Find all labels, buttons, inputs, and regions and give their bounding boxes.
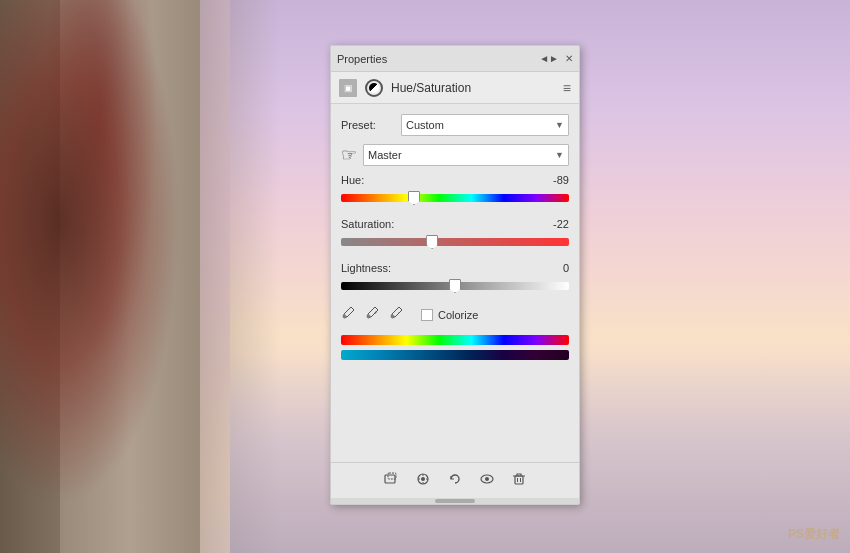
hue-header: Hue: -89	[341, 174, 569, 186]
panel-title: Properties	[337, 53, 387, 65]
view-previous-icon[interactable]	[415, 471, 431, 490]
close-icon[interactable]: ✕	[565, 53, 573, 64]
colorize-checkbox[interactable]	[421, 309, 433, 321]
watermark: PS爱好者	[788, 525, 840, 543]
clip-to-layer-icon[interactable]	[383, 471, 399, 490]
adjustment-icon: ▣	[344, 83, 353, 93]
properties-panel: Properties ◄► ✕ ▣ Hue/Saturation ≡ Prese…	[330, 45, 580, 505]
saturation-track[interactable]	[341, 238, 569, 246]
pin-icon[interactable]: ◄►	[539, 53, 559, 64]
hue-label: Hue:	[341, 174, 364, 186]
panel-body: Preset: Custom ▼ ☞ Master ▼ Hue: -89	[331, 104, 579, 462]
lightness-section: Lightness: 0	[341, 262, 569, 296]
svg-point-8	[421, 477, 425, 481]
hue-section: Hue: -89	[341, 174, 569, 208]
hue-sat-icon	[365, 79, 383, 97]
preset-label: Preset:	[341, 119, 401, 131]
hue-track-container[interactable]	[341, 188, 569, 208]
saturation-value: -22	[553, 218, 569, 230]
yin-yang-icon	[369, 83, 379, 93]
lightness-header: Lightness: 0	[341, 262, 569, 274]
svg-rect-11	[515, 476, 523, 484]
lightness-thumb[interactable]	[449, 279, 461, 293]
panel-menu-icon[interactable]: ≡	[563, 80, 571, 96]
eyedropper-icon[interactable]	[341, 306, 355, 323]
svg-point-10	[485, 477, 489, 481]
channel-dropdown[interactable]: Master ▼	[363, 144, 569, 166]
delete-icon[interactable]	[511, 471, 527, 490]
saturation-header: Saturation: -22	[341, 218, 569, 230]
hue-thumb[interactable]	[408, 191, 420, 205]
spectrum-result-bar	[341, 350, 569, 360]
adjustment-icon-box: ▣	[339, 79, 357, 97]
channel-row: ☞ Master ▼	[341, 144, 569, 166]
hand-tool-icon[interactable]: ☞	[341, 144, 357, 166]
lightness-value: 0	[563, 262, 569, 274]
channel-dropdown-value: Master	[368, 149, 402, 161]
lightness-track[interactable]	[341, 282, 569, 290]
ivy	[0, 0, 200, 553]
preset-dropdown[interactable]: Custom ▼	[401, 114, 569, 136]
preset-dropdown-arrow: ▼	[555, 120, 564, 130]
spectrum-original-bar	[341, 335, 569, 345]
reset-icon[interactable]	[447, 471, 463, 490]
saturation-thumb[interactable]	[426, 235, 438, 249]
saturation-section: Saturation: -22	[341, 218, 569, 252]
panel-footer	[331, 462, 579, 498]
panel-header: ▣ Hue/Saturation ≡	[331, 72, 579, 104]
saturation-label: Saturation:	[341, 218, 394, 230]
scrollbar-thumb[interactable]	[435, 499, 475, 503]
eyedropper-subtract-icon[interactable]: -	[389, 306, 403, 323]
titlebar-controls: ◄► ✕	[539, 53, 573, 64]
panel-titlebar: Properties ◄► ✕	[331, 46, 579, 72]
colorize-row: Colorize	[421, 309, 478, 321]
preset-row: Preset: Custom ▼	[341, 114, 569, 136]
visibility-icon[interactable]	[479, 471, 495, 490]
lightness-label: Lightness:	[341, 262, 391, 274]
svg-rect-5	[385, 475, 395, 483]
titlebar-left: Properties	[337, 53, 387, 65]
eyedropper-add-icon[interactable]: +	[365, 306, 379, 323]
panel-header-title: Hue/Saturation	[391, 81, 471, 95]
hue-value: -89	[553, 174, 569, 186]
lightness-track-container[interactable]	[341, 276, 569, 296]
channel-dropdown-arrow: ▼	[555, 150, 564, 160]
preset-dropdown-value: Custom	[406, 119, 444, 131]
svg-text:-: -	[398, 309, 400, 315]
saturation-track-container[interactable]	[341, 232, 569, 252]
panel-scrollbar[interactable]	[331, 498, 579, 504]
svg-text:+: +	[374, 309, 378, 315]
colorize-label: Colorize	[438, 309, 478, 321]
hue-track[interactable]	[341, 194, 569, 202]
tools-row: + - Colorize	[341, 306, 569, 323]
